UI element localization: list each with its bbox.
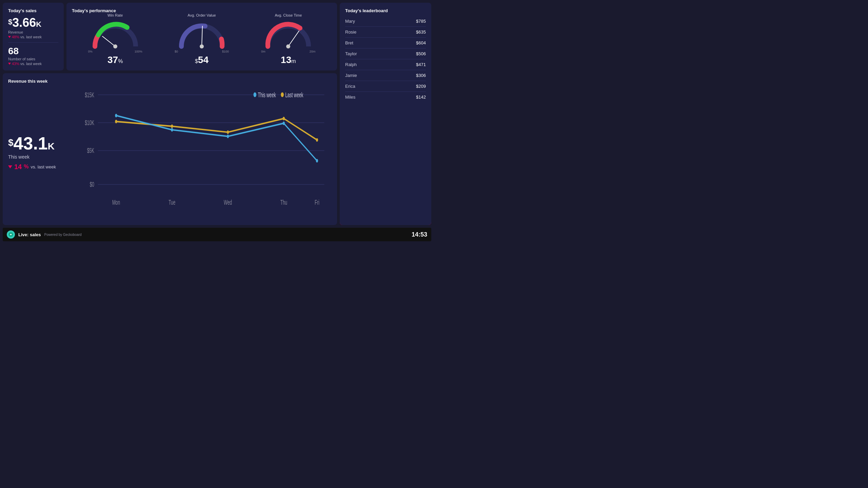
count-change-value: 43% [12, 62, 19, 66]
win-rate-gauge-labels: 0% 100% [88, 50, 142, 53]
leaderboard-item-name: Bret [345, 40, 353, 45]
revenue-week-sublabel: This week [8, 154, 69, 160]
revenue-down-arrow [8, 36, 11, 38]
today-performance-title: Today's performance [72, 8, 332, 13]
svg-point-24 [115, 114, 117, 118]
svg-text:Thu: Thu [280, 199, 287, 206]
geckoboard-logo [7, 230, 15, 239]
revenue-down-arrow-big [8, 165, 12, 168]
avg-order-label: Avg. Order Value [188, 13, 216, 17]
footer: Live: sales Powered by Geckoboard 14:53 [3, 228, 431, 241]
avg-close-gauge-labels: 0m 20m [261, 50, 315, 53]
svg-text:$15K: $15K [85, 92, 94, 98]
avg-order-max: $100 [222, 50, 229, 53]
revenue-week-title: Revenue this week [8, 79, 47, 86]
svg-point-23 [316, 138, 318, 142]
win-rate-max: 100% [135, 50, 142, 53]
footer-powered-by: Powered by Geckoboard [44, 233, 82, 237]
svg-point-1 [113, 44, 117, 48]
gauges-row: Win Rate 0% 100% 37% [72, 16, 332, 63]
avg-close-label: Avg. Close Time [275, 13, 302, 17]
leaderboard-item-name: Rosie [345, 29, 356, 35]
footer-app-title: Live: sales [18, 232, 41, 237]
leaderboard-item-value: $785 [416, 19, 426, 24]
revenue-week-change: 14% vs. last week [8, 163, 69, 171]
avg-order-svg [175, 19, 229, 49]
leaderboard-list: Mary$785Rosie$635Bret$604Taylor$506Ralph… [345, 16, 426, 102]
leaderboard-item-name: Taylor [345, 51, 357, 56]
svg-line-2 [202, 26, 202, 46]
footer-time: 14:53 [412, 231, 427, 238]
revenue-chart-svg: $15K $10K $5K $0 Mon Tue Wed Thu Fri [76, 89, 332, 220]
sales-divider [8, 42, 58, 43]
leaderboard-item: Mary$785 [345, 16, 426, 27]
svg-text:Last week: Last week [285, 92, 303, 98]
revenue-value: $3.66K [8, 16, 58, 29]
leaderboard-item: Bret$604 [345, 38, 426, 48]
svg-point-25 [171, 128, 173, 132]
leaderboard-item-value: $635 [416, 29, 426, 35]
revenue-label: Revenue [8, 30, 58, 34]
svg-point-21 [227, 130, 229, 134]
svg-point-3 [200, 44, 204, 48]
revenue-prefix: $ [8, 18, 12, 26]
footer-left: Live: sales Powered by Geckoboard [7, 230, 82, 239]
leaderboard-item-value: $506 [416, 51, 426, 56]
leaderboard-item-name: Erica [345, 84, 355, 89]
leaderboard-item: Taylor$506 [345, 48, 426, 59]
leaderboard-title: Today's leaderboard [345, 8, 426, 13]
win-rate-svg [88, 19, 142, 49]
geckoboard-logo-icon [8, 232, 14, 237]
svg-text:$10K: $10K [85, 119, 94, 126]
svg-line-4 [288, 31, 299, 46]
svg-text:Fri: Fri [315, 199, 319, 206]
revenue-week-value: $43.1K [8, 135, 69, 152]
avg-close-time-gauge: Avg. Close Time 0m 20m 13m [245, 13, 332, 65]
leaderboard-item-name: Jamie [345, 73, 357, 78]
leaderboard-item-value: $604 [416, 40, 426, 45]
revenue-left-panel: $43.1K This week 14% vs. last week [8, 85, 69, 220]
revenue-change: 48% vs. last week [8, 35, 58, 39]
avg-order-value-gauge: Avg. Order Value $0 $100 $54 [158, 13, 245, 65]
svg-line-0 [102, 36, 115, 46]
today-sales-card: Today's sales $3.66K Revenue 48% vs. las… [3, 3, 64, 70]
win-rate-min: 0% [88, 50, 93, 53]
revenue-chart-area: $15K $10K $5K $0 Mon Tue Wed Thu Fri [76, 89, 332, 220]
svg-point-31 [281, 93, 284, 97]
svg-text:Wed: Wed [224, 199, 232, 206]
leaderboard-item: Rosie$635 [345, 27, 426, 38]
svg-point-19 [115, 120, 117, 123]
leaderboard-item-value: $142 [416, 95, 426, 100]
revenue-change-value: 48% [12, 35, 19, 39]
svg-text:Tue: Tue [169, 199, 175, 206]
count-value: 68 [8, 46, 58, 57]
leaderboard-card: Today's leaderboard Mary$785Rosie$635Bre… [340, 3, 431, 225]
win-rate-gauge: Win Rate 0% 100% 37% [72, 13, 158, 65]
avg-close-max: 20m [310, 50, 316, 53]
svg-text:This week: This week [258, 92, 276, 98]
svg-text:$5K: $5K [87, 147, 94, 154]
svg-point-5 [286, 44, 290, 48]
svg-text:Mon: Mon [112, 199, 120, 206]
count-label: Number of sales [8, 57, 58, 61]
leaderboard-item-name: Mary [345, 19, 355, 24]
leaderboard-item-name: Miles [345, 95, 355, 100]
svg-point-27 [283, 122, 285, 125]
avg-close-display: 13m [281, 55, 296, 65]
svg-point-29 [253, 93, 256, 97]
today-sales-title: Today's sales [8, 8, 58, 13]
leaderboard-item: Erica$209 [345, 81, 426, 92]
svg-point-22 [283, 117, 285, 120]
win-rate-label: Win Rate [107, 13, 123, 17]
count-down-arrow [8, 63, 11, 65]
leaderboard-item-name: Ralph [345, 62, 357, 67]
today-performance-card: Today's performance Win Rate 0% [66, 3, 337, 70]
svg-point-26 [227, 135, 229, 138]
leaderboard-item: Miles$142 [345, 92, 426, 102]
leaderboard-item: Jamie$306 [345, 70, 426, 81]
avg-close-svg [261, 19, 315, 49]
count-change: 43% vs. last week [8, 62, 58, 66]
avg-order-display: $54 [195, 55, 209, 65]
win-rate-value: 37% [107, 55, 123, 65]
leaderboard-item-value: $471 [416, 62, 426, 67]
